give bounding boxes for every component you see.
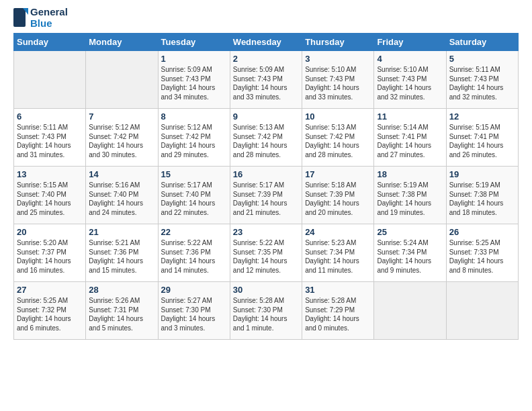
weekday-header-sunday: Sunday xyxy=(14,34,86,51)
calendar-cell xyxy=(86,51,158,109)
day-number: 5 xyxy=(449,54,515,64)
day-number: 4 xyxy=(377,54,443,64)
calendar-cell xyxy=(446,282,518,340)
day-number: 8 xyxy=(161,111,227,122)
day-info: Sunrise: 5:15 AM Sunset: 7:41 PM Dayligh… xyxy=(449,123,515,159)
page-header: General Blue xyxy=(13,7,519,29)
calendar-cell: 23Sunrise: 5:22 AM Sunset: 7:35 PM Dayli… xyxy=(230,224,302,282)
logo: General Blue xyxy=(13,7,68,29)
day-info: Sunrise: 5:13 AM Sunset: 7:42 PM Dayligh… xyxy=(233,123,299,159)
calendar-cell: 15Sunrise: 5:17 AM Sunset: 7:40 PM Dayli… xyxy=(158,167,230,224)
day-info: Sunrise: 5:19 AM Sunset: 7:38 PM Dayligh… xyxy=(449,181,515,217)
day-number: 28 xyxy=(89,285,154,295)
day-number: 15 xyxy=(161,169,227,179)
day-info: Sunrise: 5:12 AM Sunset: 7:42 PM Dayligh… xyxy=(161,123,227,159)
calendar-cell: 14Sunrise: 5:16 AM Sunset: 7:40 PM Dayli… xyxy=(86,167,158,224)
weekday-header-saturday: Saturday xyxy=(446,34,518,51)
calendar-cell: 22Sunrise: 5:22 AM Sunset: 7:36 PM Dayli… xyxy=(158,224,230,282)
day-info: Sunrise: 5:27 AM Sunset: 7:30 PM Dayligh… xyxy=(161,296,227,332)
day-info: Sunrise: 5:10 AM Sunset: 7:43 PM Dayligh… xyxy=(305,65,371,101)
day-info: Sunrise: 5:28 AM Sunset: 7:29 PM Dayligh… xyxy=(305,296,371,332)
calendar-cell: 16Sunrise: 5:17 AM Sunset: 7:39 PM Dayli… xyxy=(230,167,302,224)
calendar-cell: 8Sunrise: 5:12 AM Sunset: 7:42 PM Daylig… xyxy=(158,109,230,167)
day-info: Sunrise: 5:11 AM Sunset: 7:43 PM Dayligh… xyxy=(449,65,515,101)
calendar-body: 1Sunrise: 5:09 AM Sunset: 7:43 PM Daylig… xyxy=(14,51,519,340)
calendar-cell: 20Sunrise: 5:20 AM Sunset: 7:37 PM Dayli… xyxy=(14,224,86,282)
weekday-header-monday: Monday xyxy=(86,34,158,51)
day-info: Sunrise: 5:22 AM Sunset: 7:35 PM Dayligh… xyxy=(233,238,299,275)
day-info: Sunrise: 5:09 AM Sunset: 7:43 PM Dayligh… xyxy=(233,65,299,101)
week-row-1: 1Sunrise: 5:09 AM Sunset: 7:43 PM Daylig… xyxy=(14,51,519,109)
weekday-header-thursday: Thursday xyxy=(302,34,374,51)
day-info: Sunrise: 5:26 AM Sunset: 7:31 PM Dayligh… xyxy=(89,296,154,332)
week-row-3: 13Sunrise: 5:15 AM Sunset: 7:40 PM Dayli… xyxy=(14,167,519,224)
calendar-cell: 1Sunrise: 5:09 AM Sunset: 7:43 PM Daylig… xyxy=(158,51,230,109)
day-number: 20 xyxy=(17,227,83,237)
logo-shape-icon xyxy=(13,8,28,28)
calendar-cell: 9Sunrise: 5:13 AM Sunset: 7:42 PM Daylig… xyxy=(230,109,302,167)
calendar-cell: 26Sunrise: 5:25 AM Sunset: 7:33 PM Dayli… xyxy=(446,224,518,282)
day-info: Sunrise: 5:19 AM Sunset: 7:38 PM Dayligh… xyxy=(377,181,443,217)
day-info: Sunrise: 5:20 AM Sunset: 7:37 PM Dayligh… xyxy=(17,238,83,275)
week-row-5: 27Sunrise: 5:25 AM Sunset: 7:32 PM Dayli… xyxy=(14,282,519,340)
day-number: 3 xyxy=(305,54,371,64)
calendar-cell: 5Sunrise: 5:11 AM Sunset: 7:43 PM Daylig… xyxy=(446,51,518,109)
calendar-cell: 13Sunrise: 5:15 AM Sunset: 7:40 PM Dayli… xyxy=(14,167,86,224)
calendar-cell: 2Sunrise: 5:09 AM Sunset: 7:43 PM Daylig… xyxy=(230,51,302,109)
day-number: 2 xyxy=(233,54,299,64)
day-number: 25 xyxy=(377,227,443,237)
day-info: Sunrise: 5:18 AM Sunset: 7:39 PM Dayligh… xyxy=(305,181,371,217)
calendar-cell: 30Sunrise: 5:28 AM Sunset: 7:30 PM Dayli… xyxy=(230,282,302,340)
day-info: Sunrise: 5:12 AM Sunset: 7:42 PM Dayligh… xyxy=(89,123,154,159)
day-info: Sunrise: 5:23 AM Sunset: 7:34 PM Dayligh… xyxy=(305,238,371,275)
weekday-header-row: SundayMondayTuesdayWednesdayThursdayFrid… xyxy=(14,34,519,51)
calendar-cell: 18Sunrise: 5:19 AM Sunset: 7:38 PM Dayli… xyxy=(374,167,446,224)
day-number: 21 xyxy=(89,227,154,237)
calendar-cell: 27Sunrise: 5:25 AM Sunset: 7:32 PM Dayli… xyxy=(14,282,86,340)
calendar-cell xyxy=(14,51,86,109)
day-info: Sunrise: 5:17 AM Sunset: 7:40 PM Dayligh… xyxy=(161,181,227,217)
calendar-cell: 29Sunrise: 5:27 AM Sunset: 7:30 PM Dayli… xyxy=(158,282,230,340)
calendar-cell: 12Sunrise: 5:15 AM Sunset: 7:41 PM Dayli… xyxy=(446,109,518,167)
day-number: 29 xyxy=(161,285,227,295)
day-number: 23 xyxy=(233,227,299,237)
day-number: 13 xyxy=(17,169,83,179)
day-number: 1 xyxy=(161,54,227,64)
day-info: Sunrise: 5:16 AM Sunset: 7:40 PM Dayligh… xyxy=(89,181,154,217)
logo-container: General Blue xyxy=(13,7,68,29)
day-info: Sunrise: 5:09 AM Sunset: 7:43 PM Dayligh… xyxy=(161,65,227,101)
day-number: 7 xyxy=(89,111,154,122)
calendar-cell: 6Sunrise: 5:11 AM Sunset: 7:43 PM Daylig… xyxy=(14,109,86,167)
logo-blue: Blue xyxy=(30,18,68,30)
calendar-cell: 4Sunrise: 5:10 AM Sunset: 7:43 PM Daylig… xyxy=(374,51,446,109)
day-number: 24 xyxy=(305,227,371,237)
calendar-cell: 3Sunrise: 5:10 AM Sunset: 7:43 PM Daylig… xyxy=(302,51,374,109)
day-number: 9 xyxy=(233,111,299,122)
week-row-2: 6Sunrise: 5:11 AM Sunset: 7:43 PM Daylig… xyxy=(14,109,519,167)
day-number: 6 xyxy=(17,111,83,122)
day-number: 26 xyxy=(449,227,515,237)
day-info: Sunrise: 5:24 AM Sunset: 7:34 PM Dayligh… xyxy=(377,238,443,275)
day-info: Sunrise: 5:14 AM Sunset: 7:41 PM Dayligh… xyxy=(377,123,443,159)
calendar-table: SundayMondayTuesdayWednesdayThursdayFrid… xyxy=(13,33,519,340)
calendar-cell: 24Sunrise: 5:23 AM Sunset: 7:34 PM Dayli… xyxy=(302,224,374,282)
day-number: 12 xyxy=(449,111,515,122)
day-number: 22 xyxy=(161,227,227,237)
calendar-cell: 7Sunrise: 5:12 AM Sunset: 7:42 PM Daylig… xyxy=(86,109,158,167)
calendar-cell xyxy=(374,282,446,340)
calendar-cell: 17Sunrise: 5:18 AM Sunset: 7:39 PM Dayli… xyxy=(302,167,374,224)
week-row-4: 20Sunrise: 5:20 AM Sunset: 7:37 PM Dayli… xyxy=(14,224,519,282)
svg-rect-0 xyxy=(13,8,26,27)
day-info: Sunrise: 5:10 AM Sunset: 7:43 PM Dayligh… xyxy=(377,65,443,101)
day-number: 14 xyxy=(89,169,154,179)
day-info: Sunrise: 5:15 AM Sunset: 7:40 PM Dayligh… xyxy=(17,181,83,217)
weekday-header-wednesday: Wednesday xyxy=(230,34,302,51)
day-info: Sunrise: 5:28 AM Sunset: 7:30 PM Dayligh… xyxy=(233,296,299,332)
day-number: 17 xyxy=(305,169,371,179)
calendar-cell: 31Sunrise: 5:28 AM Sunset: 7:29 PM Dayli… xyxy=(302,282,374,340)
day-info: Sunrise: 5:13 AM Sunset: 7:42 PM Dayligh… xyxy=(305,123,371,159)
calendar-cell: 28Sunrise: 5:26 AM Sunset: 7:31 PM Dayli… xyxy=(86,282,158,340)
calendar-cell: 19Sunrise: 5:19 AM Sunset: 7:38 PM Dayli… xyxy=(446,167,518,224)
weekday-header-tuesday: Tuesday xyxy=(158,34,230,51)
day-info: Sunrise: 5:11 AM Sunset: 7:43 PM Dayligh… xyxy=(17,123,83,159)
